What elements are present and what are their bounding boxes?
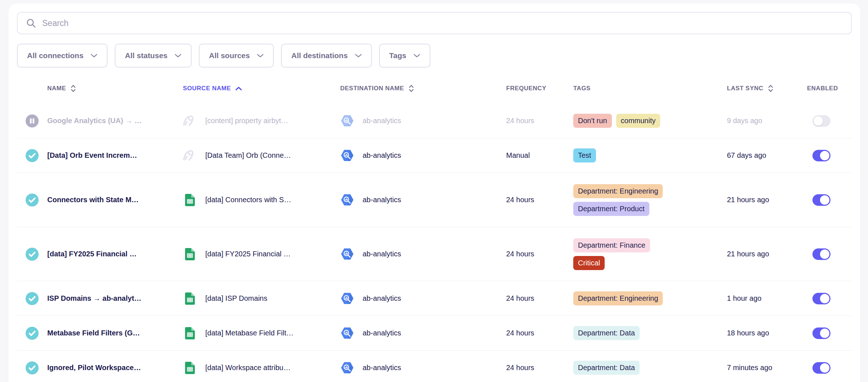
last-sync: 21 hours ago	[727, 196, 807, 204]
destination-name: ab-analytics	[363, 196, 401, 204]
destination-name: ab-analytics	[363, 364, 401, 372]
tags-cell: Department: EngineeringDepartment: Produ…	[573, 184, 727, 216]
frequency: 24 hours	[506, 196, 573, 204]
source-cell: [Data Team] Orb (Conne…	[183, 148, 340, 163]
enabled-toggle[interactable]	[812, 293, 830, 304]
sort-icon	[408, 84, 414, 93]
tag-chip: Department: Product	[573, 202, 649, 216]
filter-all-sources[interactable]: All sources	[199, 44, 274, 68]
enabled-toggle[interactable]	[812, 150, 830, 161]
connection-name: Ignored, Pilot Workspace…	[47, 364, 183, 372]
enabled-cell	[807, 115, 843, 127]
table-row[interactable]: Connectors with State M… [data] Connecto…	[17, 173, 852, 227]
filter-tags[interactable]: Tags	[379, 44, 430, 68]
bigquery-icon	[341, 194, 354, 206]
airbyte-placeholder-icon	[183, 113, 197, 129]
filter-label: Tags	[389, 51, 406, 60]
chevron-down-icon	[413, 54, 420, 58]
column-label: DESTINATION NAME	[340, 85, 404, 92]
connection-status-cell	[26, 292, 47, 305]
table-row[interactable]: Ignored, Pilot Workspace… [data] Workspa…	[17, 351, 852, 382]
source-cell: [data] Metabase Field Filt…	[183, 326, 340, 341]
connection-status-cell	[26, 327, 47, 340]
bigquery-icon	[341, 292, 354, 304]
enabled-toggle[interactable]	[812, 194, 830, 206]
destination-cell: ab-analytics	[340, 247, 506, 262]
toggle-knob	[820, 363, 829, 373]
tag-chip: Department: Data	[573, 326, 640, 340]
column-header-source-name[interactable]: SOURCE NAME	[183, 85, 340, 92]
filter-all-destinations[interactable]: All destinations	[281, 44, 372, 68]
toggle-knob	[820, 195, 829, 205]
status-enabled-check-icon	[26, 149, 39, 162]
google-sheets-icon	[185, 194, 195, 206]
enabled-cell	[807, 150, 843, 161]
column-label: LAST SYNC	[727, 85, 763, 92]
last-sync: 67 days ago	[727, 151, 807, 160]
enabled-cell	[807, 293, 843, 304]
filter-label: All sources	[209, 51, 250, 60]
column-label: NAME	[47, 85, 66, 92]
destination-cell: ab-analytics	[340, 192, 506, 208]
source-name: [content] property airbyt…	[205, 117, 288, 125]
enabled-toggle[interactable]	[812, 327, 830, 339]
google-sheets-icon	[185, 292, 195, 305]
table-body: Google Analytics (UA) → … [content] prop…	[17, 104, 852, 382]
bigquery-icon	[341, 362, 354, 374]
tags-cell: Department: Data	[573, 361, 727, 375]
column-header-last-sync[interactable]: LAST SYNC	[727, 84, 807, 93]
destination-name: ab-analytics	[363, 294, 401, 303]
table-row[interactable]: ISP Domains → ab-analyt… [data] ISP Doma…	[17, 281, 852, 316]
table-row[interactable]: Google Analytics (UA) → … [content] prop…	[17, 104, 852, 138]
tag-chip: Department: Finance	[573, 238, 650, 252]
last-sync: 1 hour ago	[727, 294, 807, 303]
tags-cell: Department: FinanceCritical	[573, 238, 727, 270]
frequency: 24 hours	[506, 117, 573, 125]
column-header-destination-name[interactable]: DESTINATION NAME	[340, 84, 506, 93]
sort-ascending-icon	[235, 87, 242, 91]
table-row[interactable]: Metabase Field Filters (G… [data] Metaba…	[17, 316, 852, 351]
column-header-name[interactable]: NAME	[47, 84, 183, 93]
last-sync: 18 hours ago	[727, 329, 807, 337]
source-cell: [data] Workspace attribu…	[183, 360, 340, 376]
source-cell: [data] Connectors with S…	[183, 192, 340, 208]
column-header-frequency: FREQUENCY	[506, 85, 573, 92]
tag-chip: Test	[573, 148, 596, 162]
enabled-toggle[interactable]	[812, 362, 830, 374]
connection-status-cell	[26, 248, 47, 261]
filter-label: All connections	[27, 51, 83, 60]
enabled-cell	[807, 327, 843, 339]
filter-all-statuses[interactable]: All statuses	[115, 44, 192, 68]
status-enabled-check-icon	[26, 361, 39, 374]
connection-name: Metabase Field Filters (G…	[47, 329, 183, 337]
enabled-toggle[interactable]	[812, 115, 830, 127]
tags-cell: Department: Data	[573, 326, 727, 340]
destination-cell: ab-analytics	[340, 291, 506, 306]
table-header: NAME SOURCE NAME DESTINATION NAME FREQUE…	[17, 73, 852, 104]
tag-chip: Don't run	[573, 114, 612, 128]
enabled-toggle[interactable]	[812, 248, 830, 260]
source-name: [data] FY2025 Financial …	[205, 250, 291, 258]
source-name: [data] Metabase Field Filt…	[205, 329, 294, 337]
chevron-down-icon	[257, 54, 264, 58]
tags-cell: Department: Engineering	[573, 291, 727, 305]
sort-icon	[70, 84, 76, 93]
table-row[interactable]: [data] FY2025 Financial … [data] FY2025 …	[17, 227, 852, 281]
destination-cell: ab-analytics	[340, 326, 506, 341]
search-bar	[17, 12, 852, 34]
table-row[interactable]: [Data] Orb Event Increm… [Data Team] Orb…	[17, 138, 852, 173]
filter-all-connections[interactable]: All connections	[17, 44, 108, 68]
frequency: 24 hours	[506, 329, 573, 337]
enabled-cell	[807, 248, 843, 260]
frequency: 24 hours	[506, 364, 573, 372]
enabled-cell	[807, 362, 843, 374]
enabled-cell	[807, 194, 843, 206]
filter-bar: All connections All statuses All sources…	[17, 44, 852, 68]
destination-name: ab-analytics	[363, 250, 401, 258]
source-name: [data] ISP Domains	[205, 294, 267, 303]
search-input[interactable]	[42, 18, 843, 28]
frequency: 24 hours	[506, 294, 573, 303]
bigquery-icon	[341, 248, 354, 260]
column-header-enabled: ENABLED	[807, 85, 843, 92]
toggle-knob	[820, 151, 829, 160]
